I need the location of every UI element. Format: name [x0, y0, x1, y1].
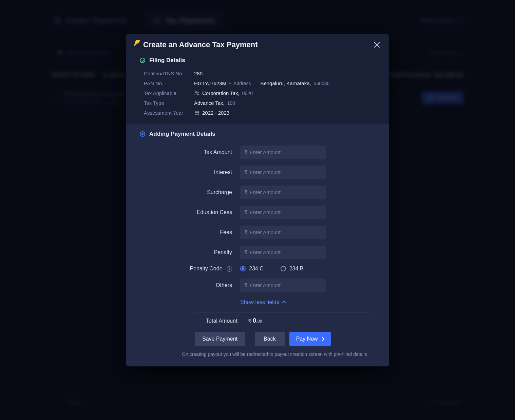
payment-title-text: Adding Payment Details — [149, 131, 215, 137]
penalty-code-row: Penalty Code i 234 C 234 B — [144, 262, 371, 275]
penalty-code-label: Penalty Code i — [144, 266, 232, 272]
rupee-icon: ₹ — [244, 229, 248, 235]
redirect-hint: On creating payout you will be redirecte… — [144, 351, 371, 357]
rupee-icon: ₹ — [248, 319, 251, 324]
radio-selected-icon — [240, 266, 246, 271]
payment-section-title: Adding Payment Details — [140, 131, 371, 137]
fees-row: Fees ₹ — [144, 222, 371, 242]
others-label: Others — [144, 282, 232, 288]
penalty-code-radio-group: 234 C 234 B — [240, 266, 326, 272]
chevron-up-icon — [282, 301, 287, 305]
penalty-row: Penalty ₹ — [144, 242, 371, 262]
modal-header: Create an Advance Tax Payment — [126, 34, 389, 54]
people-icon — [194, 91, 199, 96]
brand-stripe-icon — [133, 40, 140, 50]
interest-row: Interest ₹ — [144, 162, 371, 182]
assessment-year-label: Assessment Year — [144, 110, 188, 116]
penalty-code-234b-option[interactable]: 234 B — [281, 266, 304, 272]
challan-label: Challan/ITNS No. — [144, 71, 188, 76]
calendar-icon — [194, 110, 199, 116]
divider — [195, 312, 371, 312]
tax-applicable-label: Tax Applicable — [144, 90, 188, 96]
tax-type-label: Tax Type — [144, 100, 188, 106]
pan-label: PAN No. — [144, 80, 188, 86]
education-cess-row: Eduation Cess ₹ — [144, 202, 371, 222]
total-amount-row: Total Amount: ₹ 0.00 — [144, 317, 371, 324]
tax-type-code: 100 — [227, 100, 235, 106]
assessment-year-row: Assessment Year 2022 - 2023 — [144, 108, 371, 118]
rupee-icon: ₹ — [244, 249, 248, 255]
penalty-label: Penalty — [144, 249, 232, 255]
surcharge-input[interactable] — [240, 186, 326, 199]
tax-applicable-value: Corporation Tax, — [202, 90, 240, 96]
close-button[interactable] — [373, 41, 381, 49]
others-input[interactable] — [240, 279, 326, 292]
rupee-icon: ₹ — [244, 282, 248, 288]
total-amount-dec: .00 — [256, 319, 262, 324]
penalty-code-234c-option[interactable]: 234 C — [240, 266, 264, 272]
penalty-input[interactable] — [240, 246, 326, 259]
pay-now-label: Pay Now — [296, 336, 318, 342]
pay-now-button[interactable]: Pay Now — [289, 332, 331, 346]
surcharge-label: Surcharge — [144, 189, 232, 195]
separator-dot-icon — [229, 82, 231, 84]
fees-label: Fees — [144, 229, 232, 235]
chevron-right-icon — [321, 337, 324, 341]
save-payment-button[interactable]: Save Payment — [195, 332, 245, 346]
penalty-code-234b-label: 234 B — [289, 266, 304, 272]
show-less-fields-toggle[interactable]: Show less fields — [240, 299, 286, 305]
active-step-icon — [140, 131, 145, 137]
interest-label: Interest — [144, 169, 232, 175]
interest-input[interactable] — [240, 166, 326, 179]
penalty-code-234c-label: 234 C — [249, 266, 264, 272]
education-cess-input[interactable] — [240, 206, 326, 219]
radio-unselected-icon — [281, 266, 286, 271]
filing-details-section: Filing Details Challan/ITNS No. 280 PAN … — [126, 54, 389, 124]
tax-type-value: Advance Tax, — [194, 100, 225, 106]
address-code: 560030 — [314, 81, 330, 86]
svg-rect-2 — [195, 111, 198, 115]
filing-section-title: Filing Details — [140, 57, 371, 64]
address-value: Bengaluru, Karnataka, — [260, 80, 311, 86]
surcharge-row: Surcharge ₹ — [144, 182, 371, 202]
modal-title: Create an Advance Tax Payment — [143, 40, 258, 49]
total-amount-int: 0 — [253, 317, 256, 324]
assessment-year-value: 2022 - 2023 — [202, 110, 229, 116]
pan-value: HGTYJ7623M — [194, 80, 226, 86]
advance-tax-modal: Create an Advance Tax Payment Filing Det… — [126, 34, 389, 366]
tax-applicable-row: Tax Applicable Corporation Tax, 0020 — [144, 88, 371, 98]
rupee-icon: ₹ — [244, 189, 248, 195]
toggle-label: Show less fields — [240, 299, 279, 305]
address-label: Address — [233, 81, 251, 86]
rupee-icon: ₹ — [244, 149, 248, 155]
vertical-divider — [250, 334, 250, 344]
filing-title-text: Filing Details — [149, 57, 185, 64]
modal-overlay: Create an Advance Tax Payment Filing Det… — [0, 0, 515, 420]
challan-row: Challan/ITNS No. 280 — [144, 69, 371, 78]
action-buttons: Save Payment Back Pay Now — [144, 332, 371, 346]
tax-amount-input[interactable] — [240, 146, 326, 159]
info-icon[interactable]: i — [227, 266, 232, 272]
rupee-icon: ₹ — [244, 209, 248, 215]
tax-applicable-code: 0020 — [242, 91, 253, 96]
rupee-icon: ₹ — [244, 169, 248, 175]
total-amount-label: Total Amount: — [195, 318, 239, 324]
fees-input[interactable] — [240, 226, 326, 239]
svg-point-0 — [195, 91, 197, 93]
tax-amount-row: Tax Amount ₹ — [144, 142, 371, 162]
education-cess-label: Eduation Cess — [144, 209, 232, 215]
tax-amount-label: Tax Amount — [144, 149, 232, 155]
others-row: Others ₹ — [144, 275, 371, 295]
svg-point-1 — [197, 92, 198, 93]
check-circle-icon — [140, 58, 145, 63]
pan-row: PAN No. HGTYJ7623M Address Bengaluru, Ka… — [144, 78, 371, 88]
challan-value: 280 — [194, 71, 203, 76]
back-button[interactable]: Back — [255, 332, 285, 346]
payment-details-section: Adding Payment Details Tax Amount ₹ Inte… — [126, 124, 389, 366]
tax-type-row: Tax Type Advance Tax, 100 — [144, 98, 371, 108]
